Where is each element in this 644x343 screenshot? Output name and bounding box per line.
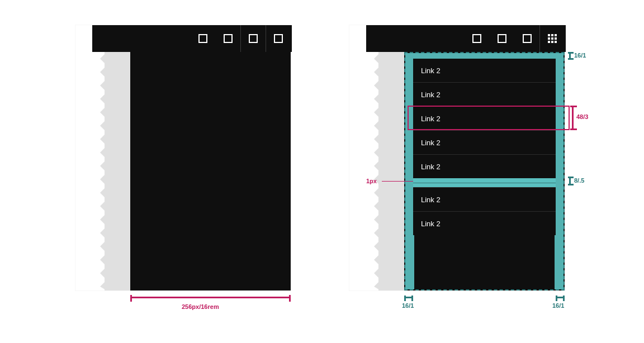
topbar	[366, 25, 566, 52]
menu-item[interactable]: Link 2	[413, 187, 556, 211]
menu-item[interactable]: Link 2	[413, 106, 556, 130]
topbar-icon-1[interactable]	[464, 25, 489, 52]
dropdown-sheet	[130, 52, 291, 290]
menu-item[interactable]: Link 2	[413, 82, 556, 106]
menu-item[interactable]: Link 2	[413, 59, 556, 82]
square-icon	[198, 34, 207, 43]
square-icon	[498, 34, 506, 43]
topbar-icon-4[interactable]	[266, 25, 291, 52]
spec-panel-spacing: Link 2 Link 2 Link 2 Link 2 Link 2 Link …	[349, 25, 565, 307]
menu-item-label: Link 2	[421, 196, 441, 204]
topbar-icon-3[interactable]	[240, 25, 266, 52]
topbar	[92, 25, 292, 52]
divider-gap-measure	[569, 177, 571, 185]
menu-item-label: Link 2	[421, 66, 441, 75]
torn-edge	[100, 25, 107, 290]
top-gap-measure	[569, 52, 571, 60]
row-height-label: 48/3	[576, 113, 588, 120]
menu-item[interactable]: Link 2	[413, 211, 556, 235]
menu-item-label: Link 2	[421, 139, 441, 147]
menu-item-label: Link 2	[421, 220, 441, 228]
dropdown-menu: Link 2 Link 2 Link 2 Link 2 Link 2 Link …	[413, 59, 556, 235]
square-icon	[224, 34, 233, 43]
menu-item-label: Link 2	[421, 90, 441, 99]
square-icon	[472, 34, 481, 43]
menu-divider	[413, 178, 556, 187]
spec-panel-width: 256px/16rem	[75, 25, 291, 307]
width-measure-bar	[130, 297, 291, 298]
menu-item-label: Link 2	[421, 163, 441, 171]
square-icon	[249, 34, 258, 43]
square-icon	[274, 34, 283, 43]
topbar-icon-2[interactable]	[489, 25, 514, 52]
topbar-icon-3[interactable]	[514, 25, 539, 52]
right-padding-label: 16/1	[552, 302, 564, 309]
topbar-icon-1[interactable]	[190, 25, 215, 52]
menu-item[interactable]: Link 2	[413, 154, 556, 178]
topbar-menu-trigger[interactable]	[539, 25, 565, 52]
torn-edge	[374, 25, 381, 290]
grid-icon	[548, 34, 557, 43]
square-icon	[523, 34, 532, 43]
right-padding-measure	[556, 297, 565, 298]
left-padding-label: 16/1	[402, 302, 414, 309]
divider-rule-label: 1px	[366, 178, 377, 184]
row-height-measure	[572, 106, 574, 130]
width-measure-label: 256px/16rem	[182, 303, 219, 310]
topbar-icon-2[interactable]	[215, 25, 240, 52]
divider-gap-label: 8/.5	[574, 177, 584, 184]
menu-item-label: Link 2	[421, 115, 441, 123]
divider-leader	[382, 181, 413, 182]
left-padding-measure	[404, 297, 413, 298]
menu-item[interactable]: Link 2	[413, 130, 556, 154]
top-gap-label: 16/1	[574, 52, 586, 59]
